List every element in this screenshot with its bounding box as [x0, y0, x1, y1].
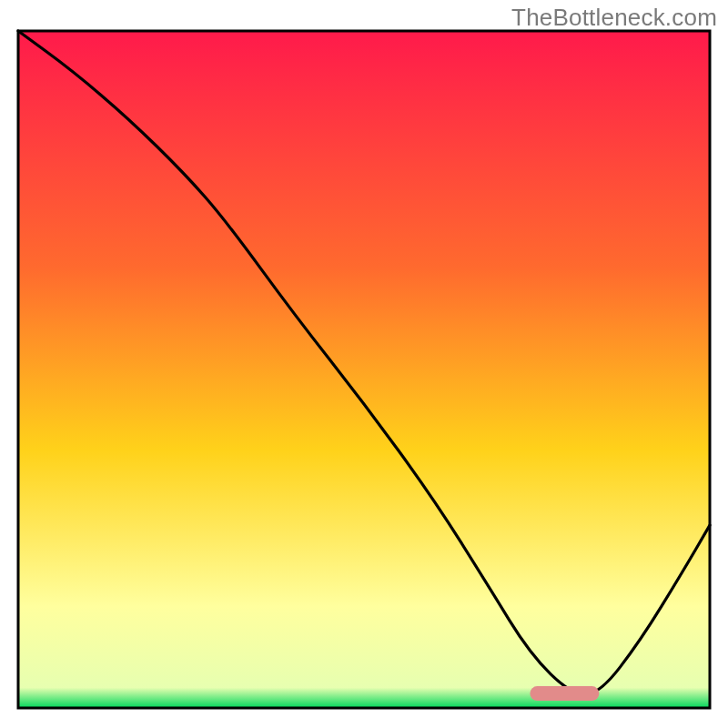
bottleneck-chart — [0, 0, 728, 728]
optimum-marker — [530, 686, 599, 701]
plot-background — [18, 31, 710, 708]
